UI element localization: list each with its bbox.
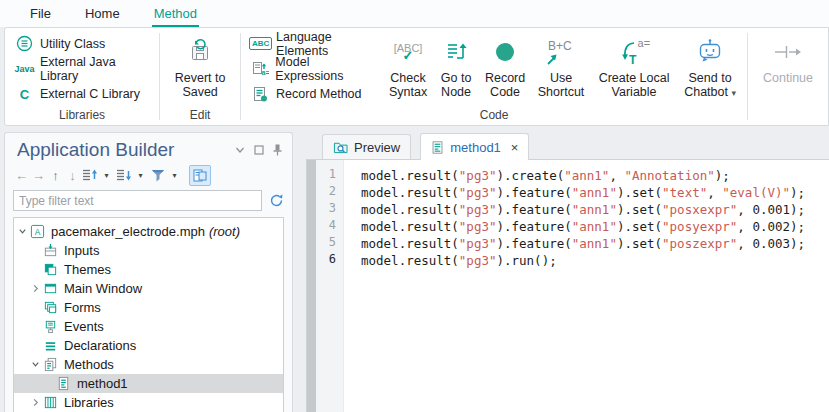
model-expressions-button[interactable]: a= Model Expressions xyxy=(245,57,383,80)
record-method-button[interactable]: Record Method xyxy=(245,83,383,106)
continue-button[interactable]: Continue xyxy=(752,31,824,121)
chevron-down-icon: ▾ xyxy=(731,88,736,98)
language-elements-icon: ABC xyxy=(251,37,270,50)
filter-input[interactable] xyxy=(13,190,262,211)
send-to-chatbot-button[interactable]: Send to Chatbot ▾ xyxy=(677,31,743,107)
forms-icon xyxy=(42,300,58,315)
collapse-all-menu-caret[interactable]: ▾ xyxy=(98,165,115,185)
check-syntax-button[interactable]: [ABC]✓ Check Syntax xyxy=(383,31,433,107)
panel-title: Application Builder xyxy=(17,139,174,161)
tree-item-label: pacemaker_electrode.mph xyxy=(51,224,205,239)
code-line[interactable]: model.result("pg3").run(); xyxy=(361,252,829,269)
workspace: Application Builder ← → ↑ ↓ ▾ ▾ ▾ xyxy=(0,132,829,412)
java-library-icon: Java xyxy=(15,64,34,74)
tab-preview-label: Preview xyxy=(354,140,400,155)
go-to-node-icon xyxy=(443,35,469,69)
record-code-icon xyxy=(492,35,518,69)
code-line[interactable]: model.result("pg3").feature("ann1").set(… xyxy=(361,201,829,218)
tab-file[interactable]: File xyxy=(28,2,53,27)
create-local-variable-icon: a=T xyxy=(616,35,652,69)
create-local-variable-button[interactable]: a=T Create Local Variable xyxy=(591,31,677,107)
tree-expanded-chevron-icon[interactable] xyxy=(29,360,42,369)
tab-method[interactable]: Method xyxy=(152,2,199,27)
line-number: 2 xyxy=(316,184,343,201)
expand-all-button[interactable] xyxy=(115,165,132,185)
tree-item-forms[interactable]: Forms xyxy=(14,298,283,317)
panel-float-icon[interactable] xyxy=(254,145,264,155)
app-root-icon: A xyxy=(29,224,45,239)
language-elements-label: Language Elements xyxy=(276,30,377,58)
tab-home[interactable]: Home xyxy=(83,2,122,27)
svg-text:a=: a= xyxy=(261,69,269,76)
tree-item-libraries[interactable]: Libraries xyxy=(14,393,283,412)
code-line[interactable]: model.result("pg3").feature("ann1").set(… xyxy=(361,218,829,235)
record-code-button[interactable]: Record Code xyxy=(479,31,531,107)
preview-icon xyxy=(333,140,348,154)
go-forward-button[interactable]: → xyxy=(30,165,47,185)
tree-item-inputs[interactable]: Inputs xyxy=(14,241,283,260)
main-window-icon xyxy=(42,281,58,296)
panel-menu-chevron-icon[interactable] xyxy=(235,146,245,154)
revert-to-saved-icon xyxy=(185,35,215,69)
tree-item-main-window[interactable]: Main Window xyxy=(14,279,283,298)
refresh-icon[interactable] xyxy=(269,193,284,208)
ribbon-group-debug: Continue xyxy=(748,28,828,125)
external-c-library-button[interactable]: C External C Library xyxy=(9,83,155,106)
tree-item-events[interactable]: Events xyxy=(14,317,283,336)
tree-collapsed-chevron-icon[interactable] xyxy=(29,284,42,293)
line-number: 1 xyxy=(316,167,343,184)
tree-item-label: method1 xyxy=(77,376,128,391)
go-back-button[interactable]: ← xyxy=(13,165,30,185)
external-java-library-button[interactable]: Java External Java Library xyxy=(9,57,155,80)
go-to-node-button[interactable]: Go to Node xyxy=(433,31,479,107)
utility-class-button[interactable]: Utility Class xyxy=(9,32,155,55)
group-label-libraries: Libraries xyxy=(9,107,155,124)
tree-expanded-chevron-icon[interactable] xyxy=(16,227,29,236)
collapse-all-button[interactable] xyxy=(81,165,98,185)
move-down-button[interactable]: ↓ xyxy=(64,165,81,185)
breakpoint-margin[interactable] xyxy=(307,160,316,412)
tree-item-themes[interactable]: Themes xyxy=(14,260,283,279)
editor-tools-toggle-button[interactable] xyxy=(189,165,211,186)
panel-pin-icon[interactable] xyxy=(273,144,282,156)
ribbon: Utility Class Java External Java Library… xyxy=(4,27,829,126)
move-up-button[interactable]: ↑ xyxy=(47,165,64,185)
tree-item-declarations[interactable]: Declarations xyxy=(14,336,283,355)
filter-menu-caret[interactable]: ▾ xyxy=(166,165,183,185)
ribbon-group-libraries: Utility Class Java External Java Library… xyxy=(5,28,159,125)
tree-collapsed-chevron-icon[interactable] xyxy=(29,398,42,407)
revert-to-saved-label: Revert to Saved xyxy=(175,71,226,99)
continue-icon xyxy=(774,35,802,69)
language-elements-button[interactable]: ABC Language Elements xyxy=(245,32,383,55)
svg-text:A: A xyxy=(34,227,40,237)
close-icon[interactable]: × xyxy=(511,140,519,155)
model-expressions-label: Model Expressions xyxy=(275,55,377,83)
external-java-library-label: External Java Library xyxy=(40,55,149,83)
libraries-icon xyxy=(42,395,58,410)
continue-label: Continue xyxy=(763,71,813,85)
send-to-chatbot-icon xyxy=(696,35,724,69)
expand-all-menu-caret[interactable]: ▾ xyxy=(132,165,149,185)
tree-item-pacemaker-electrode-mph[interactable]: Apacemaker_electrode.mph(root) xyxy=(14,222,283,241)
method-icon xyxy=(55,376,71,391)
tab-method1[interactable]: method1 × xyxy=(420,133,529,160)
use-shortcut-button[interactable]: B+C Use Shortcut xyxy=(531,31,591,107)
code-area[interactable]: model.result("pg3").create("ann1", "Anno… xyxy=(344,160,829,412)
tree-item-label: Themes xyxy=(64,262,111,277)
filter-button[interactable] xyxy=(149,165,166,185)
tree-item-label: Libraries xyxy=(64,395,114,410)
tab-preview[interactable]: Preview xyxy=(322,134,411,159)
ribbon-tab-bar: File Home Method xyxy=(0,0,829,27)
check-syntax-label: Check Syntax xyxy=(389,71,427,99)
code-line[interactable]: model.result("pg3").feature("ann1").set(… xyxy=(361,235,829,252)
code-line[interactable]: model.result("pg3").create("ann1", "Anno… xyxy=(361,167,829,184)
declarations-icon xyxy=(42,338,58,353)
line-number: 5 xyxy=(316,235,343,252)
revert-to-saved-button[interactable]: Revert to Saved xyxy=(164,31,236,107)
create-local-variable-label: Create Local Variable xyxy=(599,71,670,99)
tree-item-method1[interactable]: method1 xyxy=(14,374,283,393)
tree-item-methods[interactable]: Methods xyxy=(14,355,283,374)
tab-method1-label: method1 xyxy=(450,140,501,155)
line-number-gutter: 123456 xyxy=(316,160,344,412)
code-line[interactable]: model.result("pg3").feature("ann1").set(… xyxy=(361,184,829,201)
